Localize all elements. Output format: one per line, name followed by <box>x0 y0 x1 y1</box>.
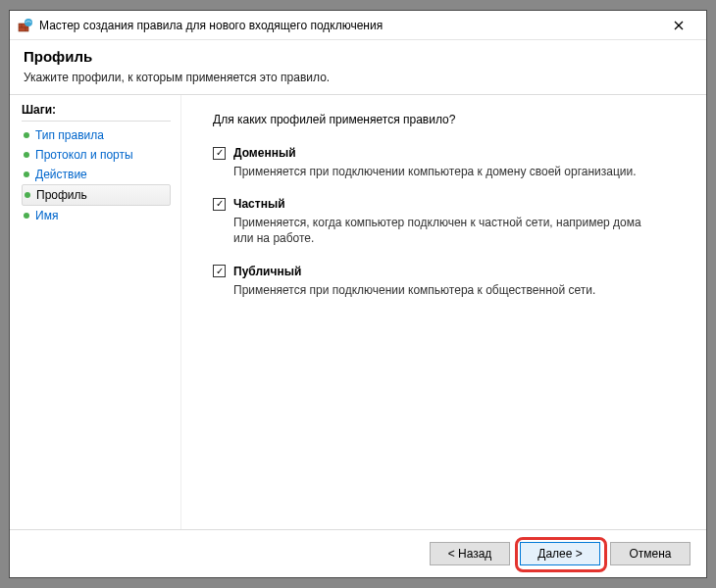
option-private: ✓ Частный Применяется, когда компьютер п… <box>213 197 681 246</box>
page-subtitle: Укажите профили, к которым применяется э… <box>24 71 692 84</box>
step-label: Протокол и порты <box>35 148 133 162</box>
option-label: Доменный <box>233 146 296 160</box>
step-name[interactable]: Имя <box>22 206 171 225</box>
option-public: ✓ Публичный Применяется при подключении … <box>213 265 681 298</box>
step-action[interactable]: Действие <box>22 165 171 184</box>
wizard-window: Мастер создания правила для нового входя… <box>9 10 707 578</box>
step-label: Профиль <box>36 188 87 202</box>
step-label: Тип правила <box>35 128 104 142</box>
checkbox-domain[interactable]: ✓ <box>213 147 226 160</box>
steps-title: Шаги: <box>22 101 171 122</box>
step-label: Имя <box>35 209 58 222</box>
cancel-button[interactable]: Отмена <box>610 542 690 565</box>
wizard-footer: < Назад Далее > Отмена <box>10 529 706 577</box>
window-title: Мастер создания правила для нового входя… <box>39 19 659 32</box>
step-protocol-ports[interactable]: Протокол и порты <box>22 145 171 165</box>
option-description: Применяется при подключении компьютера к… <box>233 164 655 179</box>
wizard-body: Шаги: Тип правила Протокол и порты Дейст… <box>10 95 706 529</box>
step-bullet-icon <box>24 132 29 138</box>
back-button[interactable]: < Назад <box>430 542 510 565</box>
step-label: Действие <box>35 168 87 181</box>
wizard-header: Профиль Укажите профили, к которым приме… <box>10 40 706 94</box>
close-button[interactable] <box>659 12 698 39</box>
step-profile[interactable]: Профиль <box>22 184 171 206</box>
next-button[interactable]: Далее > <box>520 542 600 565</box>
titlebar: Мастер создания правила для нового входя… <box>10 11 706 40</box>
option-description: Применяется, когда компьютер подключен к… <box>233 215 655 246</box>
close-icon <box>674 21 684 30</box>
profile-question: Для каких профилей применяется правило? <box>213 113 681 126</box>
step-bullet-icon <box>25 192 30 198</box>
option-description: Применяется при подключении компьютера к… <box>233 282 655 298</box>
firewall-wizard-icon <box>18 18 33 33</box>
step-rule-type[interactable]: Тип правила <box>22 125 171 145</box>
option-label: Публичный <box>233 265 301 278</box>
steps-sidebar: Шаги: Тип правила Протокол и порты Дейст… <box>10 95 181 529</box>
option-label: Частный <box>233 197 285 211</box>
step-bullet-icon <box>24 213 29 219</box>
step-bullet-icon <box>24 172 29 177</box>
page-title: Профиль <box>24 48 692 65</box>
step-bullet-icon <box>24 152 29 158</box>
option-domain: ✓ Доменный Применяется при подключении к… <box>213 146 681 179</box>
checkbox-public[interactable]: ✓ <box>213 265 226 277</box>
checkbox-private[interactable]: ✓ <box>213 198 226 211</box>
wizard-main: Для каких профилей применяется правило? … <box>181 95 706 529</box>
